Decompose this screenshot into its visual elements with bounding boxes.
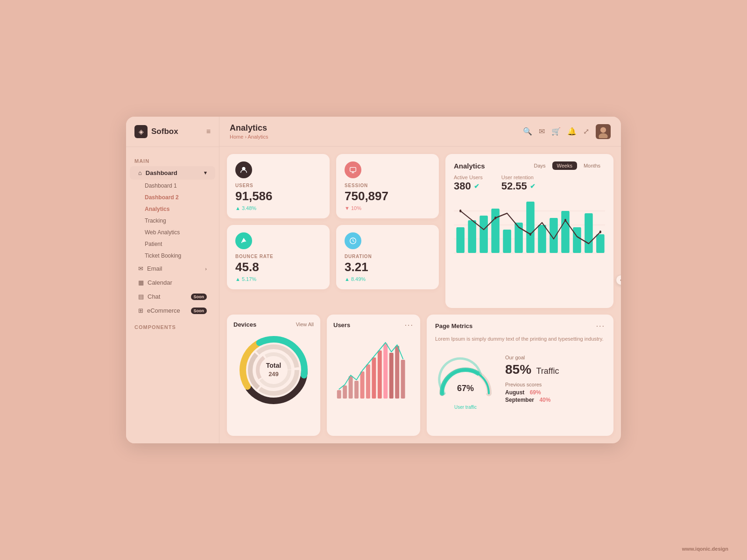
svg-rect-4 — [350, 168, 356, 172]
users-menu-icon[interactable]: ··· — [405, 321, 414, 329]
users-stat-icon — [235, 161, 252, 178]
svg-rect-39 — [337, 390, 341, 399]
cart-icon[interactable]: 🛒 — [551, 127, 561, 136]
tab-days[interactable]: Days — [529, 161, 550, 170]
svg-text:67%: 67% — [457, 384, 474, 393]
devices-title: Devices — [233, 321, 256, 328]
sidebar-chat-label: Chat — [148, 293, 160, 300]
breadcrumb-current: Analytics — [248, 134, 268, 140]
svg-rect-41 — [349, 376, 353, 399]
active-users-label: Active Users — [454, 175, 483, 180]
tab-weeks[interactable]: Weeks — [552, 161, 577, 170]
duration-value: 3.21 — [345, 260, 430, 274]
stat-card-users: USERS 91,586 ▲ 3.48% — [227, 154, 330, 218]
goal-label: Our goal — [505, 355, 605, 360]
gauge-sublabel: User traffic — [435, 405, 496, 410]
metric-retention: User retention 52.55 ✔ — [501, 175, 536, 192]
sidebar-item-calendar[interactable]: ▦ Calendar — [130, 276, 215, 289]
header: Analytics Home › Analytics 🔍 ✉ 🛒 🔔 ⤢ — [219, 117, 621, 147]
duration-stat-icon — [345, 232, 361, 249]
svg-point-3 — [242, 239, 245, 242]
analytics-chart — [454, 197, 605, 258]
view-all-link[interactable]: View All — [296, 322, 314, 327]
metrics-description: Lorem Ipsum is simply dummy text of the … — [435, 335, 605, 343]
users-label: USERS — [235, 183, 321, 188]
analytics-metrics: Active Users 380 ✔ User retention 52.55 … — [454, 175, 605, 192]
sidebar-logo: ◈ Sofbox ≡ — [126, 125, 219, 147]
chat-icon: ▤ — [138, 293, 144, 300]
expand-icon[interactable]: ⤢ — [583, 127, 589, 136]
metrics-menu-icon[interactable]: ··· — [596, 322, 605, 330]
svg-rect-50 — [401, 360, 405, 399]
avatar[interactable] — [596, 124, 611, 139]
devices-panel: Devices View All — [227, 315, 320, 436]
bell-icon[interactable]: 🔔 — [567, 127, 577, 136]
svg-point-26 — [564, 219, 566, 222]
email-icon: ✉ — [138, 265, 143, 272]
stat-card-duration: DURATION 3.21 ▲ 8.49% — [336, 225, 439, 289]
analytics-title: Analytics — [454, 162, 485, 170]
sidebar-analytics-label: Analytics — [145, 206, 169, 212]
metrics-panel-title: Page Metrics — [435, 322, 472, 329]
svg-point-0 — [600, 127, 606, 133]
bouncerate-value: 45.8 — [235, 260, 321, 274]
mail-icon[interactable]: ✉ — [539, 127, 545, 136]
score-september: September 40% — [505, 397, 605, 403]
tab-months[interactable]: Months — [579, 161, 605, 170]
sidebar-item-chat[interactable]: ▤ Chat Soon — [130, 290, 215, 303]
sidebar-item-patient[interactable]: Patient — [140, 238, 215, 250]
sidebar-item-email[interactable]: ✉ Email › — [130, 262, 215, 275]
svg-rect-21 — [585, 213, 593, 253]
svg-rect-16 — [526, 202, 535, 253]
svg-rect-49 — [395, 346, 399, 399]
section-components-label: Components — [126, 318, 219, 332]
sidebar-item-analytics[interactable]: Analytics — [140, 203, 215, 215]
goal-value-area: 85% Traffic — [505, 362, 605, 377]
calendar-icon: ▦ — [138, 279, 144, 286]
menu-icon[interactable]: ≡ — [206, 127, 211, 136]
sidebar-ecommerce-label: eCommerce — [147, 307, 180, 314]
stat-cards-right: SESSION 750,897 ▼ 10% DURATION 3.21 ▲ 8.… — [336, 154, 439, 308]
previous-scores-label: Previous scores — [505, 382, 605, 387]
ecommerce-icon: ⊞ — [138, 307, 143, 314]
sidebar-item-ticketbooking[interactable]: Ticket Booking — [140, 250, 215, 261]
svg-rect-45 — [372, 357, 376, 399]
svg-rect-47 — [383, 343, 388, 399]
stat-card-bouncerate: BOUNCE RATE 45.8 ▲ 5.17% — [227, 225, 330, 289]
sidebar: ◈ Sofbox ≡ Main ⌂ Dashboard ▾ Dashboard … — [126, 117, 219, 443]
analytics-tabs: Days Weeks Months — [529, 161, 605, 170]
svg-rect-19 — [561, 211, 570, 253]
svg-point-24 — [494, 217, 496, 219]
goal-percent: 85% — [505, 362, 531, 377]
session-stat-icon — [345, 161, 361, 178]
sidebar-dashboard-label: Dashboard — [146, 169, 177, 176]
svg-rect-46 — [378, 350, 382, 399]
users-panel: Users ··· — [327, 315, 420, 436]
sidebar-item-ecommerce[interactable]: ⊞ eCommerce Soon — [130, 304, 215, 317]
session-change: ▼ 10% — [345, 205, 430, 211]
svg-rect-12 — [479, 216, 488, 253]
gauge-area: 67% User traffic — [435, 349, 496, 410]
svg-rect-17 — [538, 225, 546, 253]
sidebar-item-dashboard2[interactable]: Dashboard 2 — [140, 192, 215, 203]
bouncerate-stat-icon — [235, 232, 252, 249]
goal-value-label: Traffic — [536, 366, 559, 376]
svg-rect-13 — [491, 209, 500, 253]
sidebar-item-webanalytics[interactable]: Web Analytics — [140, 227, 215, 238]
main-content: Analytics Home › Analytics 🔍 ✉ 🛒 🔔 ⤢ — [219, 117, 621, 443]
sidebar-dashboard1-label: Dashboard 1 — [145, 182, 177, 189]
session-label: SESSION — [345, 183, 430, 188]
sidebar-item-dashboard1[interactable]: Dashboard 1 — [140, 180, 215, 191]
svg-rect-11 — [468, 220, 476, 253]
sidebar-sub-menu: Dashboard 1 Dashboard 2 Analytics Tracki… — [136, 180, 219, 261]
sidebar-patient-label: Patient — [145, 241, 162, 247]
sidebar-item-tracking[interactable]: Tracking — [140, 215, 215, 226]
users-change: ▲ 3.48% — [235, 205, 321, 211]
retention-value: 52.55 ✔ — [501, 180, 536, 192]
sidebar-item-dashboard[interactable]: ⌂ Dashboard ▾ — [130, 166, 215, 180]
metrics-right: Our goal 85% Traffic Previous scores Aug… — [505, 355, 605, 404]
retention-label: User retention — [501, 175, 536, 180]
duration-label: DURATION — [345, 254, 430, 259]
search-icon[interactable]: 🔍 — [523, 127, 532, 136]
svg-rect-44 — [366, 364, 370, 399]
